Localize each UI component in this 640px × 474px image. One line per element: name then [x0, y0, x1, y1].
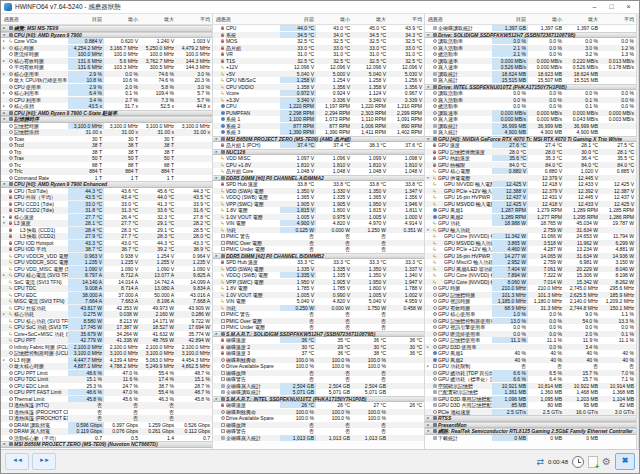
collapse-icon[interactable]: ▾: [213, 176, 219, 180]
sensor-row[interactable]: ϟVDD (SWA) 電壓1.350 V1.330 V1.350 V1.347 …: [213, 188, 424, 195]
collapse-icon[interactable]: ▾: [425, 228, 431, 232]
collapse-icon[interactable]: ▾: [1, 182, 7, 186]
sensor-row[interactable]: 讀取活動率0.0 %0.0 %0.0 %0.0 %: [425, 38, 636, 45]
sensor-row[interactable]: ϟCPU 核心功耗 (SVI3 TFN)8.580 W8.213 W14.171…: [1, 318, 212, 325]
close-window-button[interactable]: ×: [620, 1, 637, 13]
expand-icon[interactable]: ▸: [425, 416, 431, 420]
collapse-icon[interactable]: ▾: [1, 221, 7, 225]
close-sensors-button[interactable]: ✖: [615, 453, 635, 470]
sensor-row[interactable]: CPU 利用率3.4 %2.7 %7.3 %5.7 %: [1, 97, 212, 104]
sensor-row[interactable]: T1S32.5 °C32.5 °C32.5 °C32.5 °C: [213, 58, 424, 65]
sensor-row[interactable]: 寫入活動率2.1 %0.0 %3.0 %1.2 %: [425, 45, 636, 52]
column-header-cell[interactable]: 感應器: [425, 16, 492, 22]
sensor-row[interactable]: ϟVDD (SWA) 電壓1.335 V1.335 V1.350 V1.337 …: [213, 266, 424, 273]
sensor-row[interactable]: CPU1,220 RPM1,197 RPM1,220 RPM1,210 RPM: [213, 103, 424, 110]
expand-icon[interactable]: ▸: [1, 358, 7, 362]
sensor-group-header[interactable]: ▾Drive: INTEL SSDPEKNU010TZ (PHKA17150Y7…: [425, 84, 636, 91]
collapse-icon[interactable]: ▾: [425, 137, 431, 141]
expand-icon[interactable]: ▸: [425, 364, 431, 368]
logging-icon[interactable]: ⇄: [536, 457, 544, 467]
sensor-row[interactable]: GPU 風扇240 %40 %40 %40 %: [425, 357, 636, 364]
sensor-row[interactable]: ▸核心時脈4,254.2 MHz3,166.7 MHz5,250.0 MHz4,…: [1, 45, 212, 52]
column-header-cell[interactable]: 最小: [528, 16, 564, 22]
sensor-row[interactable]: ϟCPU PPT42.779 W41.338 W48.769 W42.894 W: [1, 337, 212, 344]
sensor-row[interactable]: CPU EDC Limit25.3 %24.7 %38.7 %28.7 %: [1, 383, 212, 390]
sensor-row[interactable]: CPU IOD Hotspot43.3 °C43.0 °C44.3 °C43.3…: [1, 240, 212, 247]
sensor-row[interactable]: ϟ1.8V 電壓1.815 V1.800 V1.815 V1.811 V: [213, 207, 424, 214]
collapse-icon[interactable]: ▾: [425, 33, 431, 37]
collapse-icon[interactable]: ▾: [213, 254, 219, 258]
sensor-row[interactable]: ϟ1.8V 電壓1.785 V1.785 V1.800 V1.788 V: [213, 285, 424, 292]
sensor-row[interactable]: ϟGPU MSVDD 輸入功耗3.865 W3.518 W11.962 W6.2…: [425, 240, 636, 247]
sensor-row[interactable]: L3 快取 (CCD1)28.4 °C28.3 °C29.1 °C28.5 °C: [1, 227, 212, 234]
sensor-row[interactable]: ϟCPU +1.8V1.810 V1.810 V1.810 V1.810 V: [213, 162, 424, 169]
sensor-group-header[interactable]: ▾NUC126: [213, 149, 424, 156]
sensor-row[interactable]: ϟVPP (SWC) 電壓1.905 V1.905 V1.950 V1.946 …: [213, 201, 424, 208]
collapse-icon[interactable]: ▾: [1, 117, 7, 121]
sensor-row[interactable]: ▸ϟCPU 核心電流 (SVI3 TFN)8.797 A8.712 A13.07…: [1, 272, 212, 279]
sensor-row[interactable]: ϟGPU PCIe +12V 輸入電壓12.388 V12.379 V12.39…: [425, 188, 636, 195]
sensor-row[interactable]: ϟGPU Core (NVVDD) 輸出功耗8.060 W7.014 W15.3…: [425, 279, 636, 286]
column-header-cell[interactable]: 最小: [104, 16, 140, 22]
sensor-row[interactable]: ϟGPU Core (NVVDD) 輸入功耗7.894 W7.322 W15.3…: [425, 272, 636, 279]
column-header-cell[interactable]: 最大: [140, 16, 176, 22]
sensor-group-header[interactable]: ▾CPU [#0]: AMD Ryzen 9 7900 Enhanced: [1, 181, 212, 188]
move-right-button[interactable]: ►►: [32, 453, 56, 470]
sensor-row[interactable]: GPU 時脈210.0 MHz210.0 MHz2,745.0 MHz295.6…: [425, 285, 636, 292]
sensor-row[interactable]: ϟGPU MSVDD 輸入電壓12.425 V12.418 V12.433 V1…: [425, 201, 636, 208]
sensor-group-header[interactable]: ▾CPU [#0]: AMD Ryzen 9 7900: [1, 32, 212, 39]
sensor-group-header[interactable]: ▸PresentMon: [425, 422, 636, 429]
sensor-row[interactable]: GPU 視訊時脈1,185.0 MHz1,180.0 MHz2,140.0 MH…: [425, 298, 636, 305]
column-header-cell[interactable]: 平均: [600, 16, 636, 22]
sensor-row[interactable]: 讀取速率0.000 MB/s0.000 MB/s0.000 MB/s0.000 …: [425, 110, 636, 117]
sensor-row[interactable]: MOS32.5 °C32.5 °C32.5 °C32.5 °C: [213, 38, 424, 45]
sensor-group-header[interactable]: ▾DDR5 DIMM [#2] P0 CHANNEL B/DIMMB2: [213, 253, 424, 260]
sensor-row[interactable]: SPD Hub 溫度33.8 °C33.8 °C33.8 °C33.8 °C: [213, 181, 424, 188]
sensor-row[interactable]: ϟGPU NVVDD 輸入電壓12.425 V12.418 V12.433 V1…: [425, 181, 636, 188]
expand-icon[interactable]: ▸: [1, 39, 7, 43]
sensor-row[interactable]: GPU 視訊引擎使用率0.0 %0.0 %0.0 %0.0 %: [425, 324, 636, 331]
sensor-row[interactable]: ϟ+12V12.096 V12.096 V12.096 V12.096 V: [213, 64, 424, 71]
sensor-row[interactable]: 系統 2877 RPM877 RPM1,006 RPM890 RPM: [213, 123, 424, 130]
scrollbar[interactable]: [637, 14, 639, 449]
sensor-row[interactable]: ϟVDDQ (SWB) 電壓1.365 V1.335 V1.365 V1.356…: [213, 194, 424, 201]
sensor-row[interactable]: Infinity Fabric 時脈 (FCLK)2,100.0 MHz2,10…: [1, 344, 212, 351]
sensor-row[interactable]: ϟVcore0.972 V0.924 V1.124 V0.967 V: [213, 90, 424, 97]
move-left-button[interactable]: ◄◄: [5, 453, 29, 470]
sensor-row[interactable]: 磁碟溫度 230 °C29 °C30 °C30 °C: [213, 344, 424, 351]
sensor-row[interactable]: 平均有效時脈131.6 MHz103.3 MHz300.5 MHz144.3 M…: [1, 64, 212, 71]
sensor-row[interactable]: CPU PPT FAST Limit48.6 %47.0 %55.4 %48.7…: [1, 389, 212, 396]
sensor-row[interactable]: ϟ+3.3V3.340 V3.336 V3.340 V3.339 V: [213, 97, 424, 104]
sensor-row[interactable]: ▸ϟCore VIDs0.884 V0.620 V1.240 V1.003 V: [1, 38, 212, 45]
sensor-row[interactable]: GPU 總功耗（標準化）[TDP 百分比]6.6 %6.4 %15.7 %7.1…: [425, 376, 636, 383]
sensor-row[interactable]: 讀取速率0.000 MB/s0.000 MB/s0.220 MB/s0.013 …: [425, 58, 636, 65]
collapse-icon[interactable]: ▾: [1, 442, 7, 446]
sensor-row[interactable]: 磁碟溫度26 °C26 °C27 °C26 °C: [213, 402, 424, 409]
expand-icon[interactable]: ▸: [1, 104, 7, 108]
sensor-row[interactable]: ϟ功耗0.125 W0.000 W1.250 W0.351 W: [213, 227, 424, 234]
sensor-group-header[interactable]: ▾記憶體時序: [1, 116, 212, 123]
sensor-row[interactable]: ϟSoC 電流 (SVI3 TFN)14.140 A14.014 A14.742…: [1, 279, 212, 286]
sensor-group-header[interactable]: ▸CPU [#0]: AMD Ryzen 9 7900 C-State 駐留率: [1, 110, 212, 117]
sensor-row[interactable]: ϟCPU SoC 功耗 (SVI3 TFN)17.745 W17.387 W18…: [1, 324, 212, 331]
sensor-row[interactable]: 系統 11,100 RPM1,073 RPM1,110 RPM1,091 RPM: [213, 116, 424, 123]
report-icon[interactable]: [588, 456, 598, 468]
sensor-row[interactable]: ϟCPU EDC38.000 A37.000 A50.000 A43.016 A: [1, 292, 212, 299]
sensor-row[interactable]: GPU 有效時脈68.9 MHz31.3 MHz2,744.8 MHz150.1…: [425, 305, 636, 312]
column-header-cell[interactable]: 平均: [388, 16, 424, 22]
sensor-row[interactable]: ϟGPU Core (NVVDD) 輸入功耗（合計）11.342 W11.066…: [425, 233, 636, 240]
sensor-row[interactable]: ϟCPU VDD_MISC 電壓 (SVI3 TFN)1.090 V1.090 …: [1, 266, 212, 273]
sensor-row[interactable]: ϟ晶片組 Core1.048 V1.048 V1.048 V1.048 V: [213, 168, 424, 175]
column-header-cell[interactable]: 目前: [492, 16, 528, 22]
sensor-row[interactable]: ϟ功耗0.250 W0.000 W1.750 W0.458 W: [213, 305, 424, 312]
sensor-row[interactable]: 記憶體控制器時脈 (UCLK)3,100.0 MHz3,100.0 MHz3,1…: [1, 350, 212, 357]
sensor-row[interactable]: VR31.0 °C31.0 °C31.0 °C31.0 °C: [213, 51, 424, 58]
sensor-row[interactable]: CPU TDC Limit15.1 %11.6 %17.4 %15.1 %: [1, 376, 212, 383]
sensor-row[interactable]: 寫入速率0.526 MB/s0.000 MB/s0.526 MB/s0.178 …: [425, 64, 636, 71]
sensor-row[interactable]: GPU 核心使用率1.0 %0.0 %9.0 %1.1 %: [425, 311, 636, 318]
sensor-row[interactable]: 下載統計0 MB0 MB0 MB: [425, 435, 636, 442]
sensor-row[interactable]: ϟGPU 核心電壓0.880 V0.880 V1.020 V0.885 V: [425, 168, 636, 175]
expand-icon[interactable]: ▸: [1, 111, 7, 115]
sensor-row[interactable]: ϟGPU 16-pin HVPWR 功耗14.277 W14.065 W31.6…: [425, 253, 636, 260]
column-header-cell[interactable]: 感應器: [1, 16, 68, 22]
